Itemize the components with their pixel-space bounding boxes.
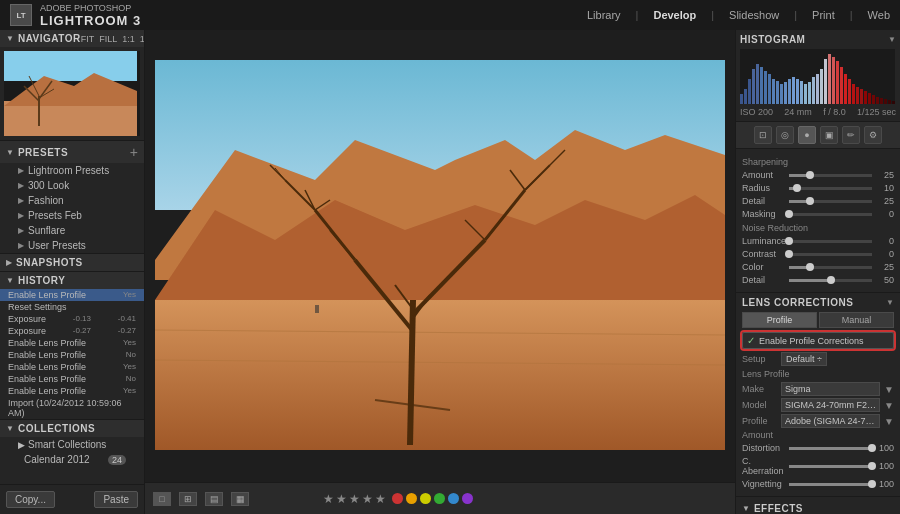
detail-slider-row: Detail 25 bbox=[742, 196, 894, 206]
star-rating[interactable]: ★ ★ ★ ★ ★ bbox=[323, 492, 386, 506]
svg-rect-11 bbox=[155, 300, 725, 450]
redeye-tool[interactable]: ● bbox=[798, 126, 816, 144]
make-value: Sigma bbox=[781, 382, 880, 396]
app-subtitle: ADOBE PHOTOSHOP bbox=[40, 3, 141, 13]
make-dropdown-icon[interactable]: ▼ bbox=[884, 384, 894, 395]
color-blue[interactable] bbox=[448, 493, 459, 504]
vignetting-slider[interactable] bbox=[789, 483, 872, 486]
masking-slider[interactable] bbox=[789, 213, 872, 216]
lens-corrections-header[interactable]: Lens Corrections ▼ bbox=[742, 297, 894, 308]
copy-button[interactable]: Copy... bbox=[6, 491, 55, 508]
star-3[interactable]: ★ bbox=[349, 492, 360, 506]
preset-fashion[interactable]: ▶ Fashion bbox=[0, 193, 144, 208]
history-item-enable4[interactable]: Enable Lens Profile Yes bbox=[0, 361, 144, 373]
color-labels bbox=[392, 493, 473, 504]
radius-slider[interactable] bbox=[789, 187, 872, 190]
amount-slider[interactable] bbox=[789, 174, 872, 177]
noise-reduction-label: Noise Reduction bbox=[742, 223, 894, 233]
history-item-reset[interactable]: Reset Settings bbox=[0, 301, 144, 313]
history-item-exposure1[interactable]: Exposure -0.13 -0.41 bbox=[0, 313, 144, 325]
navigator-header[interactable]: ▼ Navigator FIT FILL 1:1 1:2 bbox=[0, 30, 144, 47]
history-section: ▼ History Enable Lens Profile Yes Reset … bbox=[0, 272, 144, 420]
snapshots-header[interactable]: ▶ Snapshots bbox=[0, 254, 144, 271]
presets-header[interactable]: ▼ Presets + bbox=[0, 141, 144, 163]
view-survey-btn[interactable]: ▤ bbox=[205, 492, 223, 506]
make-field-row: Make Sigma ▼ bbox=[742, 382, 894, 396]
collection-calendar[interactable]: Calendar 2012 24 bbox=[0, 452, 144, 467]
nav-library[interactable]: Library bbox=[587, 9, 621, 21]
color-purple[interactable] bbox=[462, 493, 473, 504]
history-item-enable5[interactable]: Enable Lens Profile No bbox=[0, 373, 144, 385]
nav-print[interactable]: Print bbox=[812, 9, 835, 21]
model-dropdown-icon[interactable]: ▼ bbox=[884, 400, 894, 411]
top-bar: LT ADOBE PHOTOSHOP LIGHTROOM 3 Library |… bbox=[0, 0, 900, 30]
nav-fill-btn[interactable]: FILL bbox=[99, 34, 117, 44]
enable-checkbox[interactable]: ✓ bbox=[747, 335, 755, 346]
setup-dropdown[interactable]: Default ÷ bbox=[781, 352, 827, 366]
view-single-btn[interactable]: □ bbox=[153, 492, 171, 506]
color-green[interactable] bbox=[434, 493, 445, 504]
history-item-enable6[interactable]: Enable Lens Profile Yes bbox=[0, 385, 144, 397]
view-compare-btn[interactable]: ⊞ bbox=[179, 492, 197, 506]
color-red[interactable] bbox=[392, 493, 403, 504]
crop-tool[interactable]: ⊡ bbox=[754, 126, 772, 144]
paste-button[interactable]: Paste bbox=[94, 491, 138, 508]
color-label: Color bbox=[742, 262, 787, 272]
adjustment-brush[interactable]: ✏ bbox=[842, 126, 860, 144]
preset-arrow-icon: ▶ bbox=[18, 181, 24, 190]
preset-user[interactable]: ▶ User Presets bbox=[0, 238, 144, 253]
effects-header[interactable]: ▼ Effects bbox=[742, 501, 894, 514]
collections-header[interactable]: ▼ Collections bbox=[0, 420, 144, 437]
vignetting-value: 100 bbox=[874, 479, 894, 489]
detail-nr-slider[interactable] bbox=[789, 279, 872, 282]
star-4[interactable]: ★ bbox=[362, 492, 373, 506]
preset-feb[interactable]: ▶ Presets Feb bbox=[0, 208, 144, 223]
star-2[interactable]: ★ bbox=[336, 492, 347, 506]
svg-rect-1 bbox=[4, 101, 137, 136]
preset-lightroom[interactable]: ▶ Lightroom Presets bbox=[0, 163, 144, 178]
nav-develop[interactable]: Develop bbox=[653, 9, 696, 21]
color-yellow[interactable] bbox=[420, 493, 431, 504]
detail-nr-value: 50 bbox=[874, 275, 894, 285]
svg-rect-71 bbox=[880, 98, 883, 104]
lens-tab-profile[interactable]: Profile bbox=[742, 312, 817, 328]
presets-add-button[interactable]: + bbox=[130, 144, 138, 160]
svg-rect-63 bbox=[848, 79, 851, 104]
color-slider[interactable] bbox=[789, 266, 872, 269]
navigator-thumbnail bbox=[4, 51, 140, 136]
contrast-slider[interactable] bbox=[789, 253, 872, 256]
star-5[interactable]: ★ bbox=[375, 492, 386, 506]
color-orange[interactable] bbox=[406, 493, 417, 504]
settings-icon[interactable]: ⚙ bbox=[864, 126, 882, 144]
luminance-slider[interactable] bbox=[789, 240, 872, 243]
preset-sunflare[interactable]: ▶ Sunflare bbox=[0, 223, 144, 238]
profile-value: Adobe (SIGMA 24-70mm... bbox=[781, 414, 880, 428]
preset-300look[interactable]: ▶ 300 Look bbox=[0, 178, 144, 193]
history-item-import[interactable]: Import (10/24/2012 10:59:06 AM) bbox=[0, 397, 144, 419]
color-slider-row: Color 25 bbox=[742, 262, 894, 272]
star-1[interactable]: ★ bbox=[323, 492, 334, 506]
aberration-slider[interactable] bbox=[789, 465, 872, 468]
history-item-exposure2[interactable]: Exposure -0.27 -0.27 bbox=[0, 325, 144, 337]
history-item-enable-lens[interactable]: Enable Lens Profile Yes bbox=[0, 289, 144, 301]
history-header[interactable]: ▼ History bbox=[0, 272, 144, 289]
history-item-enable2[interactable]: Enable Lens Profile Yes bbox=[0, 337, 144, 349]
lens-tab-manual[interactable]: Manual bbox=[819, 312, 894, 328]
gradient-tool[interactable]: ▣ bbox=[820, 126, 838, 144]
nav-web[interactable]: Web bbox=[868, 9, 890, 21]
photo-container bbox=[145, 30, 735, 482]
history-item-enable3[interactable]: Enable Lens Profile No bbox=[0, 349, 144, 361]
profile-dropdown-icon[interactable]: ▼ bbox=[884, 416, 894, 427]
nav-fit-btn[interactable]: FIT bbox=[81, 34, 95, 44]
effects-collapse-icon: ▼ bbox=[742, 504, 750, 513]
spot-removal-tool[interactable]: ◎ bbox=[776, 126, 794, 144]
collection-smart[interactable]: ▶ Smart Collections bbox=[0, 437, 144, 452]
svg-rect-37 bbox=[744, 89, 747, 104]
detail-slider[interactable] bbox=[789, 200, 872, 203]
nav-1to1-btn[interactable]: 1:1 bbox=[122, 34, 135, 44]
distortion-slider[interactable] bbox=[789, 447, 872, 450]
collections-title: Collections bbox=[18, 423, 95, 434]
view-loupe-btn[interactable]: ▦ bbox=[231, 492, 249, 506]
nav-slideshow[interactable]: Slideshow bbox=[729, 9, 779, 21]
svg-rect-50 bbox=[796, 79, 799, 104]
